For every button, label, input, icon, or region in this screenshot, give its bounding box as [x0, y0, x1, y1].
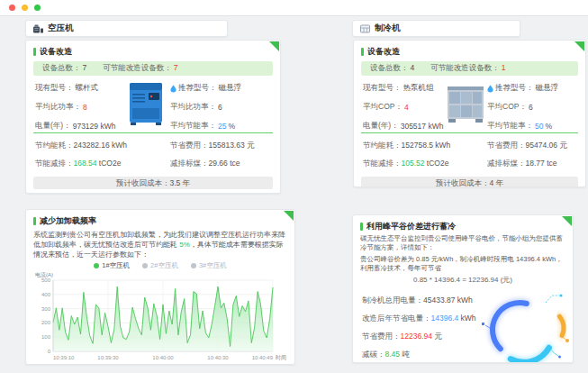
y-tick: 300	[41, 306, 51, 312]
saved-energy-label: 节约能耗：	[363, 141, 402, 150]
total-devices-label: 设备总数：	[370, 63, 409, 74]
current-metric-label: 平均COP：	[363, 102, 403, 113]
y-axis-label: 电流(A)	[35, 271, 53, 278]
saved-energy-value: 243282.16 kWh	[74, 141, 128, 150]
current-model-value: 热泵机组	[403, 83, 434, 94]
panel-title: 利用峰平谷价差进行蓄冷	[366, 221, 456, 232]
payback-bar: 预计收回成本：4 年	[361, 177, 578, 187]
panel-expand-corner[interactable]	[284, 211, 294, 221]
saving-rate-unit: %	[228, 122, 235, 131]
panel-expand-corner[interactable]	[269, 41, 279, 51]
saved-energy-value: 152758.5 kWh	[402, 141, 451, 150]
upgradable-devices-label: 可节能改造设备数：	[103, 63, 172, 74]
x-tick: 10:39:30	[97, 355, 119, 360]
annual-energy-value: 973129 kWh	[73, 122, 116, 131]
co2-reduction-label: 节能减排：	[35, 159, 74, 168]
y-tick: 400	[41, 292, 51, 297]
minimize-button[interactable]	[22, 5, 28, 11]
saving-rate-label: 平均节能率：	[487, 121, 533, 132]
cooling-stat-row: 减碳：8.45 吨	[362, 350, 476, 360]
current-model-value: 螺杆式	[76, 83, 99, 94]
saved-cost-label: 节省费用：	[170, 141, 209, 150]
upgradable-devices-value: 7	[174, 63, 178, 74]
savings-donut-chart[interactable]	[477, 285, 567, 363]
co2-reduction-unit: tCO2e	[97, 159, 122, 168]
panel-expand-corner[interactable]	[562, 216, 572, 226]
saving-highlight: 5%	[179, 241, 190, 249]
legend-item-1#空压机[interactable]: 1#空压机	[94, 261, 130, 270]
cooling-stats-list: 制冷机总用电量：45433.87 kWh改造后年节省电量：14396.4 kWh…	[362, 296, 476, 360]
x-tick: 10:40:00	[152, 355, 174, 360]
x-axis-label: 时间	[276, 355, 286, 361]
load-panel-description: 系统监测到贵公司有空压机加卸载频繁，为此我们建议调整空压机运行功率来降低加卸载频…	[33, 230, 287, 259]
zoom-button[interactable]	[34, 5, 41, 11]
title-marker	[361, 48, 364, 56]
cooling-stat-row: 制冷机总用电量：45433.87 kWh	[362, 296, 476, 306]
recommended-model-value: 磁悬浮	[536, 83, 559, 94]
coal-reduction-label: 减排标煤：	[170, 159, 209, 168]
close-button[interactable]	[9, 5, 15, 11]
y-tick: 100	[41, 334, 51, 340]
current-model-label: 现有型号：	[363, 83, 402, 94]
panel-title: 减少加卸载频率	[40, 215, 96, 227]
coal-reduction-value: 18.77 tce	[526, 159, 557, 168]
compressor-icon	[33, 24, 43, 33]
coal-reduction-label: 减排标煤：	[487, 159, 526, 168]
current-model-label: 现有型号：	[35, 83, 74, 94]
current-metric-label: 平均比功率：	[35, 102, 81, 113]
current-line-chart[interactable]: 010020030040050010:39:1010:39:3010:40:00…	[33, 270, 289, 364]
recommended-metric-value: 6	[218, 103, 222, 112]
compressor-header-title: 空压机	[48, 23, 74, 34]
compressor-retrofit-panel: 设备改造 设备总数：7 可节能改造设备数：7 现有型号：螺杆式 平均比功率：8 …	[25, 40, 281, 194]
x-tick: 10:40:49	[252, 355, 274, 360]
panel-expand-corner[interactable]	[574, 41, 584, 51]
payback-label: 预计收回成本：	[116, 178, 170, 187]
load-frequency-panel: 减少加卸载频率 系统监测到贵公司有空压机加卸载频繁，为此我们建议调整空压机运行功…	[25, 209, 295, 365]
x-tick: 10:40:30	[207, 355, 229, 360]
co2-reduction-unit: tCO2e	[425, 159, 449, 168]
annual-energy-value: 305517 kWh	[401, 122, 444, 131]
y-tick: 200	[41, 320, 51, 325]
co2-reduction-value: 168.54	[74, 159, 97, 168]
payback-bar: 预计收回成本：3.5 年	[33, 177, 273, 189]
co2-reduction-label: 节能减排：	[363, 159, 402, 168]
legend-item-2#空压机[interactable]: 2#空压机	[142, 261, 178, 270]
green-divider	[361, 132, 578, 133]
panel-title: 设备改造	[367, 46, 400, 58]
payback-label: 预计收回成本：	[436, 178, 490, 187]
payback-value: 4 年	[489, 178, 503, 187]
device-summary-bar: 设备总数：7 可节能改造设备数：7	[33, 61, 273, 76]
panel-title: 设备改造	[40, 46, 72, 58]
saving-rate-label: 平均节能率：	[170, 121, 216, 132]
chiller-icon	[360, 24, 370, 33]
saved-cost-value: 95474.06 元	[526, 141, 567, 150]
chart-legend: 1#空压机2#空压机3#空压机	[33, 261, 287, 270]
droplet-icon	[487, 85, 493, 93]
recommended-model-label: 推荐型号：	[495, 83, 534, 94]
annual-energy-label: 电量(年)：	[363, 121, 399, 132]
title-marker	[33, 48, 36, 56]
annual-energy-label: 电量(年)：	[35, 121, 71, 132]
chiller-retrofit-panel: 设备改造 设备总数：4 可节能改造设备数：1 现有型号：热泵机组 平均COP：4…	[353, 40, 586, 187]
co2-reduction-value: 105.52	[402, 159, 425, 168]
title-marker	[33, 217, 36, 225]
title-marker	[360, 223, 363, 231]
x-tick: 10:39:10	[53, 355, 75, 360]
device-summary-bar: 设备总数：4 可节能改造设备数：1	[361, 61, 578, 76]
cooling-storage-panel: 利用峰平谷价差进行蓄冷 碳无忧生态平台监控到贵公司使用峰平谷电价，节能小组为您提…	[352, 214, 574, 363]
saved-energy-label: 节约能耗：	[35, 141, 74, 150]
current-metric-value: 4	[404, 103, 409, 112]
coal-reduction-value: 29.66 tce	[209, 159, 240, 168]
compressor-header: 空压机	[25, 20, 228, 37]
total-devices-value: 4	[411, 63, 415, 74]
window-chrome	[0, 0, 588, 16]
total-devices-label: 设备总数：	[42, 63, 81, 74]
recommended-model-value: 磁悬浮	[219, 83, 242, 94]
recommended-metric-label: 平均COP：	[487, 102, 527, 113]
y-tick: 0	[48, 349, 51, 354]
compressor-image	[127, 81, 165, 126]
recommended-model-label: 推荐型号：	[178, 83, 217, 94]
legend-item-3#空压机[interactable]: 3#空压机	[191, 261, 227, 270]
savings-formula: 0.85 * 14396.4 = 12236.94 (元)	[360, 275, 565, 285]
y-tick: 500	[41, 277, 51, 283]
